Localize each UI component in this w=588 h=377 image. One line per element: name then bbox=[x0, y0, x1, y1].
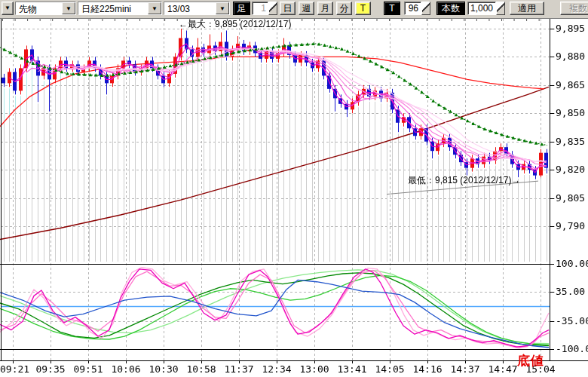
time-tick-label: 10:06 bbox=[111, 363, 140, 375]
bar-count-spin-button[interactable] bbox=[496, 2, 505, 15]
symbol-value: 日経225mini bbox=[78, 2, 148, 14]
tick-mode-button[interactable]: T bbox=[384, 2, 400, 15]
time-tick-label: 12:34 bbox=[262, 363, 291, 375]
interval-field[interactable]: 1 bbox=[252, 2, 268, 15]
period-tick-button[interactable]: T bbox=[355, 2, 371, 15]
oscillator-tick-label: 35.00 bbox=[556, 286, 585, 297]
market-value: 先物 bbox=[16, 2, 62, 14]
time-tick-label: 11:37 bbox=[224, 363, 253, 375]
symbol-combobox[interactable]: 日経225mini ▼ bbox=[78, 2, 162, 15]
time-tick-label: 10:58 bbox=[186, 363, 216, 375]
chevron-down-icon[interactable]: ▼ bbox=[62, 2, 75, 14]
price-tick-label: 9,865 bbox=[556, 79, 585, 90]
chart-area: ←最大：9,895 (2012/12/17) 最低：9,815 (2012/12… bbox=[0, 0, 588, 377]
high-annotation: ←最大：9,895 (2012/12/17) bbox=[179, 18, 291, 31]
chevron-down-icon[interactable]: ▼ bbox=[148, 2, 161, 14]
bar-type-button[interactable]: 足 bbox=[233, 2, 250, 15]
chevron-down-icon[interactable]: ▼ bbox=[216, 2, 229, 14]
low-annotation: 最低：9,815 (2012/12/17)→ bbox=[408, 174, 520, 187]
period-minute-button[interactable]: 分 bbox=[336, 2, 352, 15]
time-tick-label: 14:37 bbox=[450, 363, 479, 375]
price-tick-label: 9,820 bbox=[556, 164, 585, 175]
price-tick-label: 9,880 bbox=[556, 51, 585, 62]
time-tick-label: 13:41 bbox=[337, 363, 366, 375]
time-tick-label: 14:16 bbox=[412, 363, 442, 375]
chart-menu-dropdown-button[interactable]: ▼ bbox=[2, 2, 14, 15]
toolbar: ▼ 先物 ▼ 日経225mini ▼ 13/03 ▼ 足 1 日 週 月 分 T… bbox=[0, 0, 588, 19]
oscillator-tick-label: -100.00 bbox=[556, 343, 588, 354]
oscillator-tick-label: 100.00 bbox=[556, 258, 588, 269]
price-tick-label: 9,895 bbox=[556, 23, 585, 34]
time-tick-label: 14:47 bbox=[488, 363, 517, 375]
period-week-button[interactable]: 週 bbox=[299, 2, 314, 15]
contract-month-combobox[interactable]: 13/03 ▼ bbox=[164, 2, 230, 15]
tick-size-spin-button[interactable] bbox=[421, 2, 430, 15]
price-tick-label: 9,850 bbox=[556, 107, 585, 118]
time-tick-label: 14:05 bbox=[375, 363, 404, 375]
time-tick-label: 09:51 bbox=[73, 363, 103, 375]
price-chart-canvas[interactable] bbox=[0, 0, 588, 377]
interval-spin-button[interactable] bbox=[268, 2, 277, 15]
multi-symbol-button[interactable]: 複数銘柄 bbox=[560, 2, 588, 15]
market-combobox[interactable]: 先物 ▼ bbox=[15, 2, 76, 15]
apply-button[interactable]: 適用 bbox=[510, 2, 544, 15]
bottom-price-label: 底値 bbox=[517, 352, 544, 369]
bar-count-label-button[interactable]: 本数 bbox=[436, 2, 465, 15]
price-tick-label: 9,805 bbox=[556, 192, 585, 204]
time-tick-label: 09:35 bbox=[35, 363, 65, 375]
period-month-button[interactable]: 月 bbox=[317, 2, 333, 15]
price-tick-label: 9,835 bbox=[556, 136, 585, 147]
chevron-down-icon: ▼ bbox=[5, 5, 11, 11]
bar-count-field[interactable]: 1,000 bbox=[467, 2, 496, 15]
price-tick-label: 9,790 bbox=[556, 220, 585, 231]
contract-month-value: 13/03 bbox=[164, 2, 216, 14]
tick-size-field[interactable]: 96 bbox=[404, 2, 421, 15]
time-tick-label: 10:30 bbox=[149, 363, 178, 375]
period-day-button[interactable]: 日 bbox=[280, 2, 296, 15]
time-tick-label: 13:00 bbox=[299, 363, 329, 375]
time-tick-label: 09:21 bbox=[0, 363, 29, 375]
oscillator-tick-label: -35.00 bbox=[556, 315, 588, 326]
